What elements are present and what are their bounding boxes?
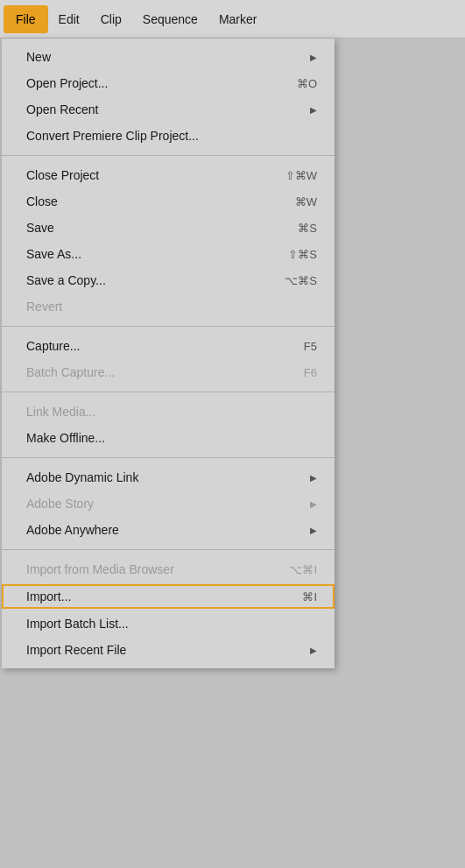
menu-item-convert-label: Convert Premiere Clip Project... [26, 129, 199, 143]
menu-item-new[interactable]: New ▶ [2, 44, 335, 70]
menu-item-import-batch-list[interactable]: Import Batch List... [2, 610, 335, 637]
menu-item-save-copy-label: Save a Copy... [26, 273, 106, 287]
menu-item-adobe-anywhere-label: Adobe Anywhere [26, 523, 119, 537]
menu-item-close-project-label: Close Project [26, 168, 99, 182]
menu-item-open-project-label: Open Project... [26, 76, 108, 90]
menu-item-open-project[interactable]: Open Project... ⌘O [2, 70, 335, 96]
menu-item-import-from-media-browser-label: Import from Media Browser [26, 562, 174, 576]
menu-item-import-from-media-browser: Import from Media Browser ⌥⌘I [2, 556, 335, 582]
menu-item-batch-capture-shortcut: F6 [304, 366, 317, 379]
menu-item-batch-capture-label: Batch Capture... [26, 365, 115, 379]
separator-1 [2, 155, 335, 156]
menu-item-adobe-story: Adobe Story ▶ [2, 490, 335, 517]
menubar-sequence[interactable]: Sequence [132, 7, 208, 32]
menu-item-revert: Revert [2, 293, 335, 320]
menu-item-save-shortcut: ⌘S [298, 222, 317, 235]
menu-item-adobe-dynamic-link[interactable]: Adobe Dynamic Link ▶ [2, 464, 335, 490]
menu-item-import-label: Import... [26, 589, 71, 603]
menu-item-link-media: Link Media... [2, 399, 335, 425]
menu-item-save-as-label: Save As... [26, 247, 81, 261]
menu-item-capture-shortcut: F5 [304, 340, 317, 353]
menu-item-make-offline-label: Make Offline... [26, 431, 105, 445]
menu-item-save-copy[interactable]: Save a Copy... ⌥⌘S [2, 267, 335, 293]
menu-item-open-recent[interactable]: Open Recent ▶ [2, 96, 335, 123]
separator-2 [2, 326, 335, 327]
menu-item-save-as-shortcut: ⇧⌘S [288, 248, 317, 261]
menu-item-open-project-shortcut: ⌘O [297, 77, 317, 90]
menu-item-import-from-media-browser-shortcut: ⌥⌘I [289, 563, 317, 576]
menu-item-adobe-dynamic-link-label: Adobe Dynamic Link [26, 470, 138, 484]
menu-item-batch-capture: Batch Capture... F6 [2, 359, 335, 385]
menu-item-import-recent-file[interactable]: Import Recent File ▶ [2, 637, 335, 663]
file-menu: New ▶ Open Project... ⌘O Open Recent ▶ C… [2, 39, 335, 668]
menubar-file[interactable]: File [4, 5, 48, 33]
menu-item-adobe-story-label: Adobe Story [26, 497, 94, 511]
menu-item-import-shortcut: ⌘I [302, 590, 317, 603]
menu-item-import[interactable]: Import... ⌘I [2, 584, 335, 609]
menu-item-adobe-story-arrow: ▶ [310, 499, 317, 509]
separator-4 [2, 457, 335, 458]
menu-item-adobe-anywhere[interactable]: Adobe Anywhere ▶ [2, 517, 335, 543]
menu-item-close-shortcut: ⌘W [295, 195, 317, 208]
separator-3 [2, 392, 335, 392]
menu-item-capture-label: Capture... [26, 339, 80, 353]
menu-item-make-offline[interactable]: Make Offline... [2, 425, 335, 451]
menu-item-close-project[interactable]: Close Project ⇧⌘W [2, 162, 335, 188]
menu-item-adobe-dynamic-link-arrow: ▶ [310, 473, 317, 483]
menubar-edit[interactable]: Edit [48, 7, 90, 32]
menu-item-open-recent-arrow: ▶ [310, 105, 317, 115]
menu-item-save-label: Save [26, 221, 54, 235]
menu-item-close[interactable]: Close ⌘W [2, 188, 335, 215]
menu-item-convert[interactable]: Convert Premiere Clip Project... [2, 123, 335, 149]
menu-item-import-recent-file-arrow: ▶ [310, 646, 317, 655]
menu-item-link-media-label: Link Media... [26, 405, 95, 419]
menu-item-new-label: New [26, 50, 51, 64]
menu-item-revert-label: Revert [26, 300, 62, 314]
menu-item-new-arrow: ▶ [310, 53, 317, 62]
menu-item-save[interactable]: Save ⌘S [2, 215, 335, 241]
menubar: File Edit Clip Sequence Marker [0, 0, 465, 39]
menu-item-capture[interactable]: Capture... F5 [2, 333, 335, 359]
menu-item-save-as[interactable]: Save As... ⇧⌘S [2, 241, 335, 267]
menubar-clip[interactable]: Clip [90, 7, 132, 32]
menu-item-close-project-shortcut: ⇧⌘W [285, 169, 317, 182]
separator-5 [2, 549, 335, 550]
menu-item-save-copy-shortcut: ⌥⌘S [285, 274, 317, 287]
menu-item-open-recent-label: Open Recent [26, 102, 99, 116]
menu-item-import-batch-list-label: Import Batch List... [26, 617, 129, 631]
menu-item-close-label: Close [26, 194, 58, 208]
menu-item-adobe-anywhere-arrow: ▶ [310, 526, 317, 535]
menu-item-import-recent-file-label: Import Recent File [26, 643, 126, 657]
menubar-marker[interactable]: Marker [208, 7, 268, 32]
